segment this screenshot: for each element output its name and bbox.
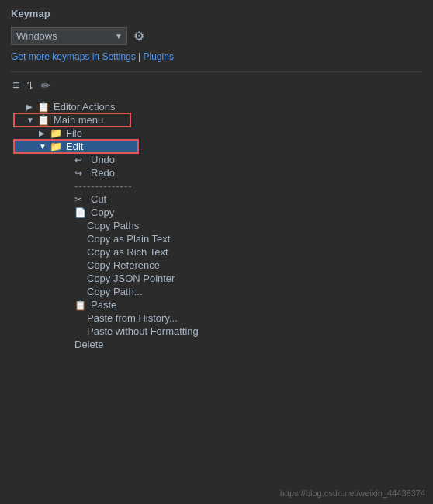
tree-item-main-menu[interactable]: 📋 Main menu (14, 113, 130, 127)
tree-item-delete[interactable]: Delete (14, 338, 422, 351)
folder-icon-main-menu: 📋 (37, 114, 51, 126)
label-paste-no-format: Paste without Formatting (87, 325, 199, 337)
label-copy-json-pointer: Copy JSON Pointer (87, 273, 175, 284)
tree-item-cut[interactable]: ✂ Cut (14, 193, 422, 206)
toolbar-icon-edit[interactable]: ✏ (41, 79, 50, 92)
arrow-edit (39, 142, 50, 151)
label-main-menu: Main menu (54, 114, 103, 126)
label-edit: Edit (66, 141, 83, 152)
keymap-links: Get more keymaps in Settings | Plugins (11, 51, 422, 62)
label-copy: Copy (91, 207, 114, 218)
toolbar-icon-sort[interactable]: ≡ (12, 78, 19, 92)
keymap-select-wrapper[interactable]: Windows macOS Linux Emacs Eclipse ▼ (11, 27, 127, 45)
folder-icon-editor-actions: 📋 (37, 101, 51, 113)
arrow-file (39, 129, 50, 137)
redo-icon: ↪ (74, 168, 88, 179)
tree-item-copy-path[interactable]: Copy Path... (14, 285, 422, 298)
label-cut: Cut (91, 193, 106, 205)
label-copy-reference: Copy Reference (87, 259, 160, 271)
settings-link[interactable]: Get more keymaps in Settings (11, 51, 136, 62)
label-copy-paths: Copy Paths (87, 220, 139, 231)
plugins-link[interactable]: Plugins (144, 51, 174, 62)
tree-item-paste[interactable]: 📋 Paste (14, 298, 422, 311)
label-copy-plain-text: Copy as Plain Text (87, 233, 170, 245)
keymap-select[interactable]: Windows macOS Linux Emacs Eclipse (11, 27, 127, 45)
label-editor-actions: Editor Actions (54, 101, 116, 113)
label-copy-path: Copy Path... (87, 286, 143, 297)
folder-icon-file: 📁 (50, 127, 64, 139)
tree-item-copy-plain-text[interactable]: Copy as Plain Text (14, 232, 422, 245)
keymap-title: Keymap (11, 8, 422, 19)
tree-item-editor-actions[interactable]: 📋 Editor Actions (14, 100, 422, 113)
tree-item-file[interactable]: 📁 File (14, 127, 422, 140)
keymap-tree: 📋 Editor Actions 📋 Main menu 📁 File 📁 Ed… (11, 100, 422, 351)
cut-icon: ✂ (74, 194, 88, 205)
keymap-controls: Windows macOS Linux Emacs Eclipse ▼ ⚙ (11, 27, 422, 45)
tree-item-copy[interactable]: 📄 Copy (14, 206, 422, 219)
arrow-editor-actions (26, 103, 37, 111)
tree-item-edit[interactable]: 📁 Edit (14, 140, 138, 153)
tree-item-copy-reference[interactable]: Copy Reference (14, 259, 422, 272)
paste-icon: 📋 (74, 300, 88, 311)
tree-item-redo[interactable]: ↪ Redo (14, 166, 422, 179)
gear-icon[interactable]: ⚙ (133, 29, 144, 43)
tree-item-paste-no-format[interactable]: Paste without Formatting (14, 325, 422, 338)
divider-top (11, 71, 422, 72)
label-paste-history: Paste from History... (87, 312, 178, 324)
tree-item-paste-history[interactable]: Paste from History... (14, 311, 422, 325)
label-separator: -------------- (74, 180, 133, 192)
arrow-main-menu (26, 116, 37, 124)
label-copy-rich-text: Copy as Rich Text (87, 246, 168, 258)
label-undo: Undo (91, 154, 115, 165)
toolbar: ≡ ⇌ ✏ (11, 78, 422, 92)
tree-item-copy-rich-text[interactable]: Copy as Rich Text (14, 245, 422, 259)
tree-item-undo[interactable]: ↩ Undo (14, 153, 422, 166)
tree-item-separator: -------------- (14, 179, 422, 193)
label-file: File (66, 127, 82, 139)
watermark: https://blog.csdn.net/weixin_44438374 (280, 488, 425, 498)
toolbar-icon-filter[interactable]: ⇌ (24, 81, 36, 90)
copy-icon: 📄 (74, 207, 88, 218)
tree-item-copy-paths[interactable]: Copy Paths (14, 219, 422, 232)
folder-icon-edit: 📁 (50, 141, 64, 152)
tree-item-copy-json-pointer[interactable]: Copy JSON Pointer (14, 272, 422, 285)
label-redo: Redo (91, 167, 115, 179)
undo-icon: ↩ (74, 155, 88, 165)
label-paste: Paste (91, 299, 116, 311)
label-delete: Delete (74, 339, 104, 350)
